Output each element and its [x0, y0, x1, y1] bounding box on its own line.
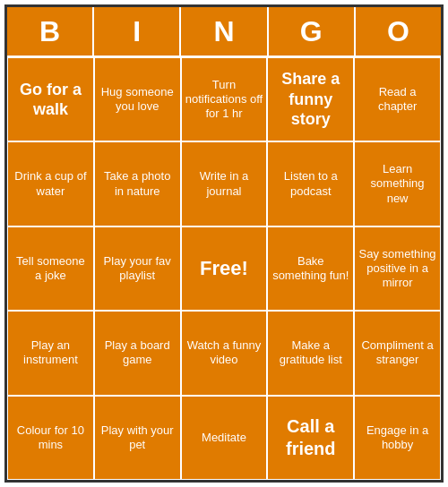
bingo-cell-18: Make a gratitude list — [267, 311, 354, 395]
bingo-header: BINGO — [7, 7, 441, 57]
bingo-cell-14: Say something positive in a mirror — [354, 226, 441, 311]
bingo-cell-17: Watch a funny video — [181, 311, 268, 395]
bingo-letter-g: G — [269, 7, 356, 56]
bingo-cell-6: Take a photo in nature — [94, 141, 181, 226]
bingo-cell-12: Free! — [181, 226, 268, 311]
bingo-letter-o: O — [356, 7, 441, 56]
bingo-cell-10: Tell someone a joke — [7, 226, 94, 311]
bingo-cell-0: Go for a walk — [7, 57, 94, 141]
bingo-cell-21: Play with your pet — [94, 396, 181, 480]
bingo-cell-16: Play a board game — [94, 311, 181, 395]
bingo-letter-b: B — [7, 7, 94, 56]
bingo-cell-4: Read a chapter — [354, 57, 441, 141]
bingo-cell-9: Learn something new — [354, 141, 441, 226]
bingo-cell-24: Engage in a hobby — [354, 396, 441, 480]
bingo-cell-22: Meditate — [181, 396, 268, 480]
bingo-cell-5: Drink a cup of water — [7, 141, 94, 226]
bingo-cell-15: Play an instrument — [7, 311, 94, 395]
bingo-cell-20: Colour for 10 mins — [7, 396, 94, 480]
bingo-grid: Go for a walkHug someone you loveTurn no… — [7, 57, 441, 480]
bingo-cell-11: Play your fav playlist — [94, 226, 181, 311]
bingo-cell-7: Write in a journal — [181, 141, 268, 226]
bingo-cell-13: Bake something fun! — [267, 226, 354, 311]
bingo-cell-19: Compliment a stranger — [354, 311, 441, 395]
bingo-cell-3: Share a funny story — [267, 57, 354, 141]
bingo-cell-1: Hug someone you love — [94, 57, 181, 141]
bingo-cell-23: Call a friend — [267, 396, 354, 480]
bingo-letter-n: N — [181, 7, 268, 56]
bingo-card: BINGO Go for a walkHug someone you loveT… — [4, 4, 444, 483]
bingo-cell-2: Turn notifications off for 1 hr — [181, 57, 268, 141]
bingo-cell-8: Listen to a podcast — [267, 141, 354, 226]
bingo-letter-i: I — [94, 7, 181, 56]
